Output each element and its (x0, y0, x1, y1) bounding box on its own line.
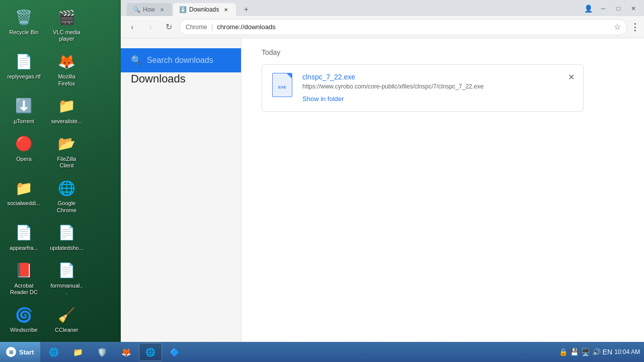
appearfra-icon: 📄 (14, 223, 34, 243)
sidebar-title: Downloads (121, 72, 241, 96)
desktop-icon-utorrent[interactable]: ⬇️ µTorrent (5, 94, 43, 127)
windscribe-icon: 🌀 (14, 305, 34, 325)
start-icon: ⊞ (6, 347, 16, 357)
google-chrome-icon: 🌐 (57, 178, 77, 198)
address-bar[interactable]: Chrome | chrome://downloads ☆ (179, 19, 627, 35)
tab-downloads-title: Downloads (189, 6, 219, 13)
replyvegas-rtf-icon: 📄 (14, 51, 34, 71)
maximize-button[interactable]: □ (612, 4, 625, 13)
address-separator: | (211, 23, 213, 31)
desktop-icon-acrobat-reader[interactable]: 📕 Acrobat Reader DC (5, 258, 43, 298)
download-item-close-button[interactable]: ✕ (565, 71, 577, 83)
acrobat-reader-icon: 📕 (14, 260, 34, 281)
antivirus-icon: 🛡️ (97, 347, 107, 357)
browser-window: 🔍 How ✕ ⬇️ Downloads ✕ + 👤 ─ □ ✕ ‹ › ↻ C… (121, 0, 644, 342)
replyvegas-rtf-label: replyvegas.rtf (7, 73, 40, 80)
opera-icon: 🔴 (14, 134, 34, 154)
updatedsho-icon: 📄 (57, 223, 77, 243)
ccleaner-label: CCleaner (55, 327, 78, 333)
formmanual-label: formmanual... (50, 283, 84, 296)
desktop-icon-socialweddi[interactable]: 📁 socialweddi... (5, 176, 43, 215)
download-url: https://www.cyrobo.com/core-public/xfile… (302, 83, 575, 90)
main-content: Today EXE clnspc_7_22.exe https://www.cy… (242, 38, 644, 342)
taskbar-w[interactable]: 🔷 (163, 343, 186, 361)
socialweddi-icon: 📁 (14, 178, 34, 198)
tray-network-icon[interactable]: 🔒 (559, 348, 567, 356)
utorrent-label: µTorrent (14, 118, 34, 125)
desktop-icon-ccleaner[interactable]: 🧹 CCleaner (48, 303, 86, 335)
mozilla-firefox-label: Mozilla Firefox (50, 73, 84, 86)
tab-downloads[interactable]: ⬇️ Downloads ✕ (173, 3, 236, 16)
tab-downloads-close[interactable]: ✕ (222, 6, 230, 14)
recycle-bin-label: Recycle Bin (9, 29, 38, 36)
windscribe-label: Windscribe (10, 327, 37, 333)
desktop-icon-filezilla-client[interactable]: 📂 FileZilla Client (48, 132, 86, 171)
taskbar-antivirus[interactable]: 🛡️ (91, 343, 114, 361)
taskbar-explorer[interactable]: 📁 (66, 343, 90, 361)
desktop-icon-mozilla-firefox[interactable]: 🦊 Mozilla Firefox (48, 49, 86, 88)
title-bar: 🔍 How ✕ ⬇️ Downloads ✕ + 👤 ─ □ ✕ (121, 0, 644, 16)
desktop-icon-vlc-media-player[interactable]: 🎬 VLC media player (48, 5, 86, 44)
forward-button[interactable]: › (143, 20, 158, 35)
vlc-media-player-icon: 🎬 (57, 7, 77, 27)
desktop-icon-replyvegas-rtf[interactable]: 📄 replyvegas.rtf (5, 49, 43, 88)
download-item: EXE clnspc_7_22.exe https://www.cyrobo.c… (262, 64, 584, 112)
tab-how-close[interactable]: ✕ (158, 6, 166, 14)
ie-icon: 🌐 (49, 347, 59, 357)
desktop-icon-severaliste[interactable]: 📁 severaliste... (48, 94, 86, 127)
formmanual-icon: 📄 (57, 260, 77, 281)
new-tab-button[interactable]: + (239, 3, 253, 16)
vlc-media-player-label: VLC media player (50, 29, 84, 42)
browser-more-button[interactable]: ⋮ (630, 22, 640, 33)
desktop-icon-appearfra[interactable]: 📄 appearfra... (5, 221, 43, 253)
download-info: clnspc_7_22.exe https://www.cyrobo.com/c… (302, 73, 575, 103)
time-value: 10:04 AM (614, 348, 640, 356)
desktop-icon-recycle-bin[interactable]: 🗑️ Recycle Bin (5, 5, 43, 44)
recycle-bin-icon: 🗑️ (14, 7, 34, 27)
download-file-icon: EXE (270, 73, 294, 97)
chrome-taskbar-icon: 🌐 (145, 347, 155, 357)
desktop-icon-windscribe[interactable]: 🌀 Windscribe (5, 303, 43, 335)
w-taskbar-icon: 🔷 (170, 347, 180, 357)
tab-downloads-favicon: ⬇️ (179, 6, 186, 13)
desktop-icon-google-chrome[interactable]: 🌐 Google Chrome (48, 176, 86, 215)
updatedsho-label: updatedsho... (50, 245, 84, 251)
tray-speaker-icon[interactable]: 🔊 (592, 348, 600, 356)
taskbar-chrome[interactable]: 🌐 (139, 343, 162, 361)
back-button[interactable]: ‹ (125, 20, 140, 35)
downloads-sidebar: 🔍 ⋮ Downloads (121, 38, 242, 342)
tab-how[interactable]: 🔍 How ✕ (127, 3, 172, 16)
taskbar-firefox[interactable]: 🦊 (115, 343, 138, 361)
firefox-taskbar-icon: 🦊 (121, 347, 131, 357)
search-icon: 🔍 (131, 55, 142, 66)
close-button[interactable]: ✕ (627, 4, 640, 13)
search-bar-container: 🔍 ⋮ (121, 48, 241, 72)
tray-storage-icon[interactable]: 💾 (570, 348, 578, 356)
minimize-button[interactable]: ─ (597, 4, 610, 13)
start-label: Start (19, 348, 34, 356)
tray-display-icon[interactable]: 🖥️ (581, 348, 589, 356)
desktop: 🗑️ Recycle Bin 🎬 VLC media player 📄 repl… (0, 0, 121, 342)
taskbar-tray: 🔒 💾 🖥️ 🔊 EN 10:04 AM (555, 348, 644, 356)
desktop-icon-opera[interactable]: 🔴 Opera (5, 132, 43, 171)
page-content: 🔍 ⋮ Downloads Today EXE clnspc_7_22.exe (121, 38, 644, 342)
tray-language-icon[interactable]: EN (603, 348, 611, 356)
tabs-bar: 🔍 How ✕ ⬇️ Downloads ✕ + (125, 0, 253, 16)
taskbar-ie[interactable]: 🌐 (42, 343, 65, 361)
search-input[interactable] (147, 56, 248, 65)
desktop-icon-formmanual[interactable]: 📄 formmanual... (48, 258, 86, 298)
ccleaner-icon: 🧹 (57, 305, 77, 325)
filezilla-client-label: FileZilla Client (50, 156, 84, 169)
desktop-icon-updatedsho[interactable]: 📄 updatedsho... (48, 221, 86, 253)
tab-how-favicon: 🔍 (133, 6, 140, 13)
show-in-folder-button[interactable]: Show in folder (302, 95, 344, 103)
time-display[interactable]: 10:04 AM (614, 348, 640, 356)
severaliste-label: severaliste... (51, 118, 83, 125)
reload-button[interactable]: ↻ (161, 20, 176, 35)
acrobat-reader-label: Acrobat Reader DC (7, 283, 41, 296)
start-button[interactable]: ⊞ Start (0, 342, 40, 362)
socialweddi-label: socialweddi... (7, 200, 40, 207)
download-filename[interactable]: clnspc_7_22.exe (302, 73, 575, 81)
bookmark-button[interactable]: ☆ (614, 22, 621, 32)
profile-button[interactable]: 👤 (582, 4, 595, 13)
